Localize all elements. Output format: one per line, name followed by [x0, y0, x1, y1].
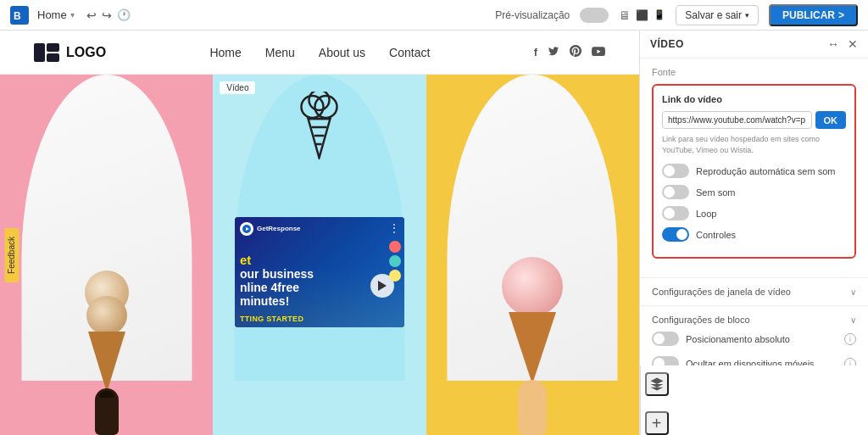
feedback-label: Feedback [7, 237, 16, 274]
logo-text: LOGO [66, 45, 106, 60]
cone-outline-icon [296, 92, 342, 163]
nav-home[interactable]: Home [209, 46, 241, 59]
window-config-section: Configurações de janela de vídeo ∨ [640, 277, 868, 305]
svg-rect-2 [34, 43, 45, 62]
card-pink [0, 75, 213, 435]
close-panel-button[interactable]: ✕ [848, 37, 858, 51]
headline-1: et [240, 253, 399, 267]
window-config-header[interactable]: Configurações de janela de vídeo ∨ [652, 287, 856, 297]
feedback-tab[interactable]: Feedback [4, 228, 19, 282]
url-hint: Link para seu vídeo hospedado em sites c… [662, 134, 846, 155]
site-header: LOGO Home Menu About us Contact f [0, 31, 639, 75]
absolute-pos-toggle[interactable] [652, 332, 679, 346]
loop-label: Loop [696, 209, 846, 219]
video-source-box: Link do vídeo OK Link para seu vídeo hos… [652, 84, 856, 259]
block-config-header[interactable]: Configurações de bloco ∨ [652, 315, 856, 325]
main-area: LOGO Home Menu About us Contact f [0, 31, 868, 435]
facebook-icon[interactable]: f [534, 46, 537, 59]
logo-icon [34, 43, 59, 62]
video-cta: TTING STARTED [240, 315, 303, 323]
cone-right [509, 312, 556, 384]
site-logo: LOGO [34, 43, 106, 62]
home-label[interactable]: Home [37, 8, 67, 21]
preview-toggle[interactable] [580, 8, 609, 23]
icecream-right [502, 257, 563, 435]
loop-toggle[interactable] [662, 206, 689, 220]
video-thumbnail[interactable]: GetResponse ⋮ et our business nline 4fre… [235, 217, 404, 327]
video-link-label: Link do vídeo [662, 94, 846, 104]
controls-toggle-row: Controles [662, 227, 846, 242]
pink-scoop [502, 257, 563, 316]
controls-label: Controles [696, 230, 846, 240]
nav-about-us[interactable]: About us [319, 46, 365, 59]
youtube-icon[interactable] [592, 45, 605, 59]
fonte-label: Fonte [652, 67, 856, 77]
pinterest-icon[interactable] [570, 45, 581, 59]
card-blue: Vídeo GetResponse [213, 75, 426, 435]
site-content: Feedback [0, 75, 639, 435]
history-button[interactable]: 🕐 [117, 8, 131, 21]
controls-toggle[interactable] [662, 227, 689, 242]
video-url-input[interactable] [662, 111, 812, 129]
desktop-icon[interactable]: 🖥 [619, 8, 631, 22]
twitter-icon[interactable] [548, 45, 559, 59]
undo-button[interactable]: ↩ [86, 8, 97, 22]
hand-left [95, 388, 119, 435]
autoplay-toggle[interactable] [662, 164, 689, 178]
icecream-left [85, 270, 129, 435]
nav-contact[interactable]: Contact [389, 46, 430, 59]
svg-point-7 [309, 92, 329, 110]
block-config-section: Configurações de bloco ∨ Posicionamento … [640, 305, 868, 365]
absolute-pos-label: Posicionamento absoluto [686, 334, 837, 344]
chevron-down-icon: ▾ [70, 10, 75, 20]
hide-mobile-row: Ocultar em dispositivos móveis i [652, 349, 856, 365]
hand-right [518, 380, 547, 435]
svg-marker-14 [378, 281, 387, 291]
video-label-text: Vídeo [226, 83, 248, 92]
panel-topbar-icons: ↔ ✕ [827, 37, 858, 51]
cards-row: Vídeo GetResponse [0, 75, 639, 435]
scoop-bottom [86, 296, 127, 335]
hide-mobile-toggle[interactable] [652, 356, 679, 365]
publish-arrow-icon: > [838, 9, 844, 21]
device-icons: 🖥 ⬛ 📱 [619, 8, 665, 22]
mute-label: Sem som [696, 187, 846, 198]
publish-label: PUBLICAR [782, 9, 835, 21]
save-chevron-icon: ▾ [745, 11, 749, 20]
preview-label: Pré-visualização [495, 9, 570, 21]
svg-rect-4 [47, 53, 59, 62]
save-button[interactable]: Salvar e sair ▾ [676, 5, 759, 25]
redo-button[interactable]: ↪ [102, 8, 112, 22]
tablet-icon[interactable]: ⬛ [636, 9, 648, 21]
topbar-logo: B [10, 6, 29, 25]
right-panel-sidebar: + [640, 365, 672, 435]
cone-left [88, 332, 125, 393]
nav-menu[interactable]: Menu [265, 46, 295, 59]
topbar-home-nav[interactable]: Home ▾ [37, 8, 75, 21]
video-more-icon[interactable]: ⋮ [389, 222, 399, 234]
site-nav: Home Menu About us Contact [209, 46, 430, 59]
hide-mobile-info-icon[interactable]: i [844, 358, 856, 365]
loop-toggle-row: Loop [662, 206, 846, 220]
right-panel: VÍDEO ↔ ✕ Fonte Link do vídeo OK Link pa… [639, 31, 868, 435]
topbar-history-icons: ↩ ↪ 🕐 [86, 8, 131, 22]
absolute-pos-info-icon[interactable]: i [844, 333, 856, 345]
panel-content: VÍDEO ↔ ✕ Fonte Link do vídeo OK Link pa… [640, 31, 868, 365]
publish-button[interactable]: PUBLICAR > [769, 4, 858, 26]
mute-toggle[interactable] [662, 185, 689, 199]
panel-topbar: VÍDEO ↔ ✕ [640, 31, 868, 59]
video-channel-row: GetResponse [240, 222, 301, 236]
window-config-chevron: ∨ [850, 287, 856, 297]
topbar-actions: Pré-visualização 🖥 ⬛ 📱 Salvar e sair ▾ P… [495, 4, 858, 26]
headline-4: minutes! [240, 294, 399, 308]
svg-rect-3 [47, 43, 59, 52]
canvas: LOGO Home Menu About us Contact f [0, 31, 639, 435]
block-config-label: Configurações de bloco [652, 315, 750, 325]
ok-button[interactable]: OK [815, 111, 847, 129]
collapse-icon-button[interactable]: ↔ [827, 37, 839, 51]
layers-sidebar-button[interactable] [645, 372, 669, 396]
panel-title: VÍDEO [650, 38, 684, 50]
mobile-icon[interactable]: 📱 [654, 9, 665, 20]
save-label: Salvar e sair [685, 9, 742, 21]
plus-sidebar-button[interactable]: + [645, 411, 669, 435]
